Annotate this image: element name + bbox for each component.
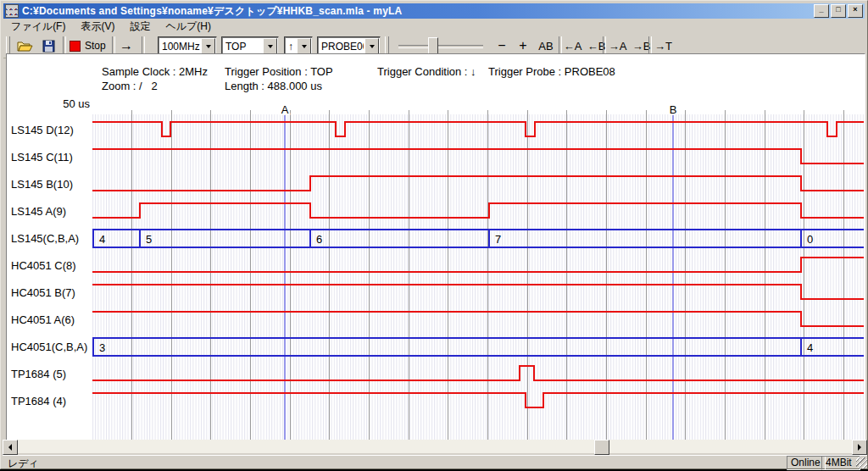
chevron-down-icon[interactable] <box>263 38 277 54</box>
run-button[interactable]: → <box>115 36 137 55</box>
maximize-button[interactable]: □ <box>831 4 846 18</box>
waveform-client-area: Sample Clock : 2MHz Trigger Position : T… <box>6 53 865 441</box>
menu-view[interactable]: 表示(V) <box>73 19 122 35</box>
info-trigger-probe: Trigger Probe : PROBE08 <box>488 65 615 78</box>
stop-icon <box>70 41 81 52</box>
trigger-probe-value: PROBE00 <box>318 41 364 53</box>
scroll-right-icon <box>858 444 861 451</box>
toolbar-grip[interactable] <box>385 36 389 55</box>
toolbar-separator <box>63 36 66 55</box>
info-zoom: Zoom : / 2 <box>102 80 158 92</box>
channel-label: HC4051(C,B,A) <box>11 341 91 354</box>
svg-text:7: 7 <box>495 233 501 246</box>
scroll-left-icon <box>8 444 12 451</box>
svg-text:A: A <box>281 103 289 116</box>
window-title: C:¥Documents and Settings¥noname¥デスクトップ¥… <box>22 4 812 19</box>
app-window: C:¥Documents and Settings¥noname¥デスクトップ¥… <box>0 0 868 469</box>
channel-label: LS145 A(9) <box>11 205 91 219</box>
channel-label: HC4051 B(7) <box>11 286 91 300</box>
svg-text:B: B <box>670 103 677 116</box>
channel-label: TP1684 (4) <box>11 395 91 408</box>
trigger-condition-value: ↑ <box>285 41 296 53</box>
menu-help[interactable]: ヘルプ(H) <box>158 19 219 35</box>
menu-bar: ファイル(F) 表示(V) 設定 ヘルプ(H) <box>3 19 865 33</box>
floppy-disk-icon <box>42 40 55 53</box>
menu-settings[interactable]: 設定 <box>122 19 158 35</box>
svg-text:4: 4 <box>807 341 813 354</box>
svg-text:4: 4 <box>99 233 105 246</box>
stop-button[interactable]: Stop <box>70 36 106 55</box>
slider-track <box>398 45 483 48</box>
channel-label: LS145 D(12) <box>11 124 91 137</box>
channel-label: LS145(C,B,A) <box>11 232 91 246</box>
trigger-position-value: TOP <box>222 41 262 53</box>
info-sample-clock: Sample Clock : 2MHz <box>102 65 208 78</box>
horizontal-scrollbar[interactable] <box>3 440 867 453</box>
app-icon[interactable] <box>5 4 19 18</box>
save-file-button[interactable] <box>37 36 59 55</box>
scroll-left-button[interactable] <box>3 440 18 455</box>
svg-text:6: 6 <box>316 233 322 246</box>
sample-clock-value: 100MHz <box>159 41 200 53</box>
zoom-in-button[interactable]: + <box>513 36 533 55</box>
chevron-down-icon[interactable] <box>201 38 215 54</box>
chevron-down-icon[interactable] <box>297 38 311 54</box>
resize-grip-icon[interactable] <box>856 457 867 468</box>
zoom-slider[interactable] <box>398 36 483 55</box>
timebase-label: 50 us <box>49 97 90 110</box>
channel-label: LS145 B(10) <box>11 178 91 191</box>
info-trigger-position: Trigger Position : TOP <box>225 65 333 78</box>
svg-text:5: 5 <box>146 233 152 246</box>
channel-label: HC4051 A(6) <box>11 313 91 327</box>
scrollbar-thumb[interactable] <box>594 440 609 455</box>
minor-grid <box>92 114 864 440</box>
cursor-ab-button[interactable]: AB <box>535 36 557 55</box>
svg-text:3: 3 <box>99 341 105 354</box>
channel-label: LS145 C(11) <box>11 151 91 164</box>
svg-text:0: 0 <box>807 233 813 246</box>
info-trigger-condition: Trigger Condition : ↓ <box>377 65 476 78</box>
status-bar: レディ Online 4MBit <box>3 455 867 469</box>
close-button[interactable]: × <box>848 4 863 18</box>
title-bar[interactable]: C:¥Documents and Settings¥noname¥デスクトップ¥… <box>3 3 865 19</box>
zoom-out-button[interactable]: − <box>492 36 512 55</box>
status-memory-badge: 4MBit <box>821 456 860 470</box>
scroll-right-button[interactable] <box>852 440 867 455</box>
set-a-button[interactable]: →A <box>606 36 629 55</box>
move-to-a-button[interactable]: ←A <box>561 36 584 55</box>
open-folder-icon <box>17 40 33 53</box>
minimize-button[interactable]: _ <box>814 4 829 18</box>
toolbar-separator <box>142 36 145 55</box>
info-length: Length : 488.000 us <box>225 80 322 92</box>
chevron-down-icon[interactable] <box>364 38 379 54</box>
goto-trigger-button[interactable]: →T <box>652 36 675 55</box>
status-online-badge: Online <box>787 456 826 470</box>
waveform-canvas[interactable]: AB4567034 <box>92 98 864 440</box>
menu-file[interactable]: ファイル(F) <box>3 19 73 35</box>
channel-label: TP1684 (5) <box>11 368 91 381</box>
open-file-button[interactable] <box>14 36 36 55</box>
status-ready-text: レディ <box>8 457 39 471</box>
toolbar-grip[interactable] <box>6 36 10 55</box>
channel-label: HC4051 C(8) <box>11 259 91 273</box>
stop-label: Stop <box>85 40 106 52</box>
